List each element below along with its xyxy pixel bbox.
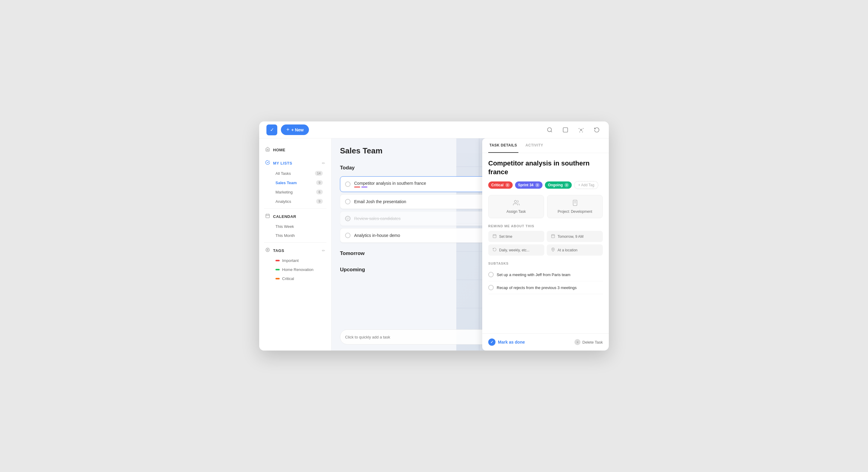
important-label: Important [282, 258, 323, 263]
detail-actions: Assign Task Project: Development [488, 195, 603, 218]
tags-icon [265, 247, 270, 253]
tag-ongoing[interactable]: Ongoing × [545, 182, 572, 189]
svg-rect-41 [493, 235, 496, 238]
svg-rect-45 [552, 235, 555, 238]
tomorrow-9am-button[interactable]: Tomorrow, 9 AM [547, 231, 603, 242]
my-lists-header[interactable]: MY LISTS ✏ [259, 158, 331, 168]
remind-title: REMIND ME ABOUT THIS [488, 224, 603, 228]
tag-sprint-label: Sprint 34 [518, 183, 533, 187]
underline-purple-1 [361, 187, 367, 187]
calendar-header[interactable]: CALENDAR [259, 211, 331, 222]
detail-title: Competitor analysis in southern france [488, 159, 603, 176]
remind-section: REMIND ME ABOUT THIS Set time [488, 224, 603, 256]
subtask-2[interactable]: Recap of rejects from the previous 3 mee… [488, 281, 603, 294]
home-icon [265, 147, 270, 153]
sidebar-section-my-lists: MY LISTS ✏ All Tasks 14 Sales Team 9 Mar… [259, 158, 331, 206]
tags-header[interactable]: TAGS ✏ [259, 245, 331, 256]
my-lists-label: MY LISTS [273, 161, 319, 165]
content-area: Sales Team Add Members [332, 138, 609, 350]
marketing-label: Marketing [276, 190, 316, 194]
my-lists-edit-icon[interactable]: ✏ [322, 161, 325, 165]
delete-task-button[interactable]: × Delete Task [575, 339, 603, 345]
detail-tags: Critical × Sprint 34 × Ongoing × + Add T… [488, 181, 603, 189]
search-button[interactable] [545, 125, 555, 135]
task-checkbox-2[interactable] [345, 199, 350, 204]
svg-point-0 [548, 127, 552, 131]
location-button[interactable]: At a location [547, 245, 603, 256]
assign-icon [513, 199, 520, 208]
tomorrow-9am-label: Tomorrow, 9 AM [558, 234, 584, 239]
top-bar-icons [545, 125, 601, 135]
add-tag-button[interactable]: + Add Tag [574, 181, 598, 189]
refresh-button[interactable] [592, 125, 601, 135]
detail-body: Competitor analysis in southern france C… [482, 153, 609, 333]
svg-point-8 [267, 249, 268, 250]
sidebar-item-all-tasks[interactable]: All Tasks 14 [261, 169, 329, 178]
sidebar-item-analytics[interactable]: Analytics 9 [261, 197, 329, 206]
tag-critical-remove[interactable]: × [505, 183, 510, 187]
sidebar-item-this-week[interactable]: This Week [261, 222, 329, 231]
tags-edit-icon[interactable]: ✏ [322, 248, 325, 253]
underline-red-1 [354, 187, 360, 187]
subtasks-title: SUBTASKS [488, 262, 603, 265]
calendar-icon [265, 213, 270, 219]
tags-label: TAGS [273, 248, 319, 253]
task-checkbox-4[interactable] [345, 233, 350, 238]
this-month-label: This Month [276, 233, 323, 238]
delete-label: Delete Task [582, 340, 603, 345]
assign-task-button[interactable]: Assign Task [488, 195, 544, 218]
task-detail-panel: TASK DETAILS ACTIVITY Competitor analysi… [482, 138, 609, 350]
this-week-label: This Week [276, 224, 323, 229]
subtasks-section: SUBTASKS Set up a meeting with Jeff from… [488, 262, 603, 294]
important-tag-dot [276, 260, 280, 261]
logo-button[interactable]: ✓ [267, 124, 277, 135]
project-label: Project: Development [558, 210, 592, 214]
sidebar-item-sales-team[interactable]: Sales Team 9 [261, 178, 329, 187]
task-checkbox-1[interactable] [345, 182, 350, 187]
subtask-checkbox-1[interactable] [488, 272, 494, 277]
delete-icon: × [575, 339, 581, 345]
sidebar-item-this-month[interactable]: This Month [261, 231, 329, 240]
settings-button[interactable] [576, 125, 586, 135]
subtask-text-2: Recap of rejects from the previous 3 mee… [497, 285, 577, 290]
refresh-icon [594, 127, 600, 133]
svg-point-7 [266, 248, 270, 252]
tab-task-details[interactable]: TASK DETAILS [488, 138, 518, 153]
subtask-checkbox-2[interactable] [488, 285, 494, 290]
subtask-text-1: Set up a meeting with Jeff from Paris te… [497, 273, 570, 277]
home-renovation-label: Home Renovation [282, 268, 323, 272]
sidebar-item-marketing[interactable]: Marketing 6 [261, 187, 329, 196]
tag-sprint-remove[interactable]: × [535, 183, 539, 187]
subtask-1[interactable]: Set up a meeting with Jeff from Paris te… [488, 268, 603, 281]
set-time-button[interactable]: Set time [488, 231, 544, 242]
plus-icon: + [286, 127, 290, 133]
tab-activity[interactable]: ACTIVITY [524, 138, 545, 153]
tag-critical-label: Critical [491, 183, 504, 187]
task-checkbox-3[interactable] [345, 216, 350, 221]
recurring-button[interactable]: Daily, weekly, etc... [488, 245, 544, 256]
main-layout: HOME MY LISTS ✏ All Tasks 14 [259, 138, 609, 350]
sidebar-section-calendar: CALENDAR This Week This Month [259, 211, 331, 240]
sales-team-label: Sales Team [276, 181, 316, 185]
home-label: HOME [273, 148, 325, 152]
sidebar-item-critical[interactable]: Critical [261, 274, 329, 283]
sidebar-item-home-renovation[interactable]: Home Renovation [261, 265, 329, 274]
mark-done-icon: ✓ [488, 339, 495, 346]
tag-sprint[interactable]: Sprint 34 × [515, 182, 542, 189]
top-bar: ✓ + + New [259, 122, 609, 138]
critical-tag-dot [276, 278, 280, 279]
project-button[interactable]: Project: Development [547, 195, 603, 218]
analytics-label: Analytics [276, 199, 316, 204]
sidebar-item-important[interactable]: Important [261, 256, 329, 265]
sidebar-section-tags: TAGS ✏ Important Home Renovation Critica… [259, 245, 331, 283]
notification-button[interactable] [561, 125, 570, 135]
sidebar-item-home[interactable]: HOME [259, 145, 331, 155]
home-renovation-tag-dot [276, 269, 280, 270]
sidebar-section-home: HOME [259, 145, 331, 155]
new-button[interactable]: + + New [281, 124, 309, 135]
tag-ongoing-remove[interactable]: × [564, 183, 569, 187]
new-label: + New [291, 127, 304, 132]
tag-critical[interactable]: Critical × [488, 182, 513, 189]
mark-done-button[interactable]: ✓ Mark as done [488, 339, 571, 346]
svg-point-2 [581, 129, 582, 130]
